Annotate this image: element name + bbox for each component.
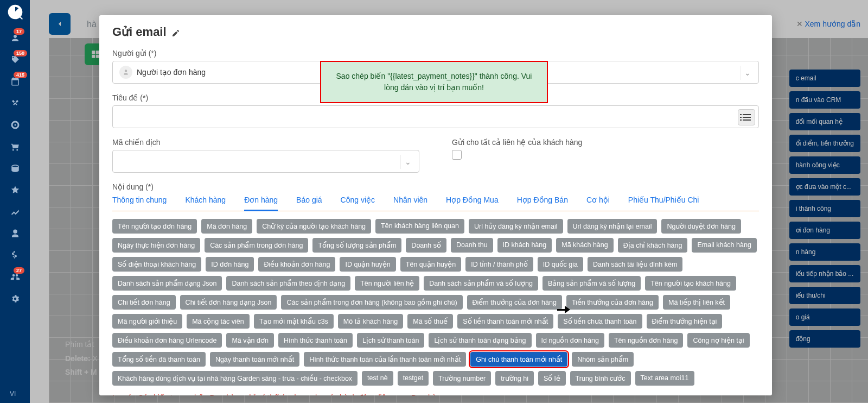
variable-chip[interactable]: Doanh thu — [451, 238, 493, 253]
nav-star-icon[interactable] — [0, 179, 30, 201]
variable-chip[interactable]: Hình thức thanh toán của lần thanh toán … — [304, 352, 466, 367]
variable-chip[interactable]: Công nợ hiện tại — [687, 333, 749, 348]
variable-chip[interactable]: Trung bình cước — [570, 371, 631, 386]
variable-chip[interactable]: Tên quận huyện — [400, 257, 461, 272]
variable-chip[interactable]: Text area moi11 — [635, 371, 694, 386]
badge: 150 — [14, 50, 27, 56]
nav-user-icon[interactable] — [0, 223, 30, 244]
variable-chip[interactable]: Điều khoản đơn hàng — [258, 257, 335, 272]
variable-chip[interactable]: Url đăng ký nhận lại email — [567, 219, 658, 234]
variable-chip[interactable]: Điều khoản đơn hàng Urlencode — [112, 333, 222, 348]
variable-chip[interactable]: Người duyệt đơn hàng — [661, 219, 741, 234]
variable-chip[interactable]: Tên khách hàng liên quan — [375, 219, 464, 234]
variable-chip[interactable]: Ghi chú thanh toán mới nhất — [470, 352, 567, 367]
variable-chip[interactable]: Id nguồn đơn hàng — [536, 333, 604, 348]
variable-tab[interactable]: Nhân viên — [393, 196, 427, 205]
variable-chip[interactable]: ID đơn hàng — [206, 257, 254, 272]
variable-tab[interactable]: Cơ hội — [586, 196, 610, 205]
edit-title-icon[interactable] — [171, 29, 180, 39]
nav-tags-icon[interactable]: 150 — [0, 49, 30, 71]
variable-chip[interactable]: Mã số thuế — [407, 314, 453, 329]
nav-chart-icon[interactable] — [0, 201, 30, 223]
variable-chip[interactable]: Danh sách tài liệu đính kèm — [588, 257, 682, 272]
variable-chip[interactable]: Tạo mới mật khẩu c3s — [254, 314, 334, 329]
variable-chip[interactable]: Số điện thoại khách hàng — [112, 257, 201, 272]
variable-chip[interactable]: Doanh số — [406, 238, 446, 253]
variable-chip[interactable]: Mã người giới thiệu — [112, 314, 182, 329]
nav-target-icon[interactable] — [0, 114, 30, 136]
campaign-select[interactable]: ⌄ — [112, 150, 419, 173]
nav-handshake-icon[interactable] — [0, 92, 30, 114]
sender-value: Người tạo đơn hàng — [137, 68, 206, 77]
variable-chip[interactable]: Địa chỉ khách hàng — [618, 238, 688, 253]
variable-tab[interactable]: Hợp Đồng Mua — [446, 196, 499, 205]
variable-chip[interactable]: ID tỉnh / thành phố — [465, 257, 533, 272]
variable-chip[interactable]: Các sản phẩm trong đơn hàng — [205, 238, 308, 253]
variable-chip[interactable]: Tên người tạo khách hàng — [645, 276, 736, 291]
variable-chip[interactable]: Bảng sản phẩm và số lượng — [542, 276, 641, 291]
language-indicator[interactable]: VI — [10, 390, 16, 398]
variable-tabs: Thông tin chungKhách hàngĐơn hàngBáo giá… — [112, 196, 759, 211]
variable-chip[interactable]: Lịch sử thanh toán — [357, 333, 424, 348]
variable-chip[interactable]: Tiền thưởng của đơn hàng — [566, 295, 659, 310]
nav-contacts-icon[interactable]: 17 — [0, 27, 30, 49]
variable-chip[interactable]: Các sản phẩm trong đơn hàng (không bao g… — [281, 295, 462, 310]
variable-chip[interactable]: Chữ ký của người tạo khách hàng — [257, 219, 371, 234]
variable-tab[interactable]: Báo giá — [296, 196, 322, 205]
variable-chip[interactable]: Nhóm sản phẩm — [572, 352, 634, 367]
variable-chip[interactable]: Danh sách sản phẩm và số lượng — [424, 276, 538, 291]
variable-chip[interactable]: Tổng số lượng sản phẩm — [312, 238, 401, 253]
variable-chip[interactable]: Chi tiết đơn hàng — [112, 295, 176, 310]
nav-coins-icon[interactable] — [0, 158, 30, 179]
variable-chip[interactable]: Tổng số tiền đã thanh toán — [112, 352, 206, 367]
template-picker-icon[interactable] — [738, 109, 755, 125]
variable-chip[interactable]: Ngày thanh toán mới nhất — [210, 352, 299, 367]
variable-chip[interactable]: testget — [398, 371, 429, 386]
variable-chip[interactable]: Ngày thực hiện đơn hàng — [112, 238, 200, 253]
variable-chip[interactable]: Điểm thưởng của đơn hàng — [467, 295, 562, 310]
variable-chip[interactable]: ID quận huyện — [340, 257, 395, 272]
variable-chip[interactable]: Email khách hàng — [692, 238, 756, 253]
variable-chip[interactable]: trường hi — [495, 371, 534, 386]
variable-chip[interactable]: Mã đơn hàng — [201, 219, 252, 234]
variable-chip[interactable]: ID khách hàng — [497, 238, 552, 253]
variable-chip[interactable]: Danh sách sản phẩm dạng Json — [112, 276, 222, 291]
variable-chip[interactable]: Số tiền thanh toán mới nhất — [457, 314, 553, 329]
variable-chip[interactable]: Chi tiết đơn hàng dạng Json — [180, 295, 277, 310]
variable-tab[interactable]: Thông tin chung — [112, 196, 167, 205]
nav-team-icon[interactable]: 27 — [0, 266, 30, 288]
variable-chip[interactable]: Trường number — [433, 371, 491, 386]
nav-dollar-icon[interactable] — [0, 244, 30, 266]
chevron-down-icon[interactable]: ⌄ — [740, 66, 754, 80]
nav-calendar-icon[interactable]: 415 — [0, 71, 30, 92]
variable-tab[interactable]: Khách hàng — [185, 196, 226, 205]
variable-chip[interactable]: Mã cộng tác viên — [187, 314, 250, 329]
variable-chip[interactable]: Lịch sử thanh toán dạng bảng — [429, 333, 531, 348]
variable-chip[interactable]: Tên người tạo đơn hàng — [112, 219, 197, 234]
variable-tab[interactable]: Công việc — [341, 196, 375, 205]
variable-chip[interactable]: Mã khách hàng — [556, 238, 613, 253]
variable-chip[interactable]: Số tiền chưa thanh toán — [558, 314, 642, 329]
variable-chip[interactable]: Mã tiếp thị liên kết — [663, 295, 730, 310]
variable-chip[interactable]: Mô tả khách hàng — [338, 314, 403, 329]
sendall-checkbox[interactable] — [452, 150, 462, 160]
subject-input[interactable] — [112, 105, 759, 128]
variable-chip[interactable]: Url hủy đăng ký nhận email — [469, 219, 563, 234]
variable-chip[interactable]: Mã vận đơn — [226, 333, 273, 348]
variable-chip[interactable]: Khách hàng dùng dịch vụ tại nhà hàng Gar… — [112, 371, 358, 386]
variable-chip[interactable]: Số lẻ — [538, 371, 566, 386]
variable-chip[interactable]: test nè — [362, 371, 393, 386]
variable-chip[interactable]: Tên nguồn đơn hàng — [609, 333, 683, 348]
app-logo-icon[interactable] — [7, 3, 24, 21]
variable-chip[interactable]: Tên người liên hệ — [355, 276, 419, 291]
variable-tab[interactable]: Phiếu Thu/Phiếu Chi — [628, 196, 699, 205]
variable-chip[interactable]: Danh sách sản phẩm theo định dạng — [226, 276, 350, 291]
nav-cart-icon[interactable] — [0, 136, 30, 158]
variable-tab[interactable]: Đơn hàng — [244, 196, 278, 211]
variable-chip[interactable]: Điểm thưởng hiện tại — [647, 314, 723, 329]
chevron-down-icon[interactable]: ⌄ — [400, 155, 414, 169]
variable-chip[interactable]: ID quốc gia — [538, 257, 583, 272]
variable-chip[interactable]: Hình thức thanh toán — [278, 333, 353, 348]
variable-tab[interactable]: Hợp Đồng Bán — [517, 196, 568, 205]
nav-settings-icon[interactable] — [0, 288, 30, 310]
